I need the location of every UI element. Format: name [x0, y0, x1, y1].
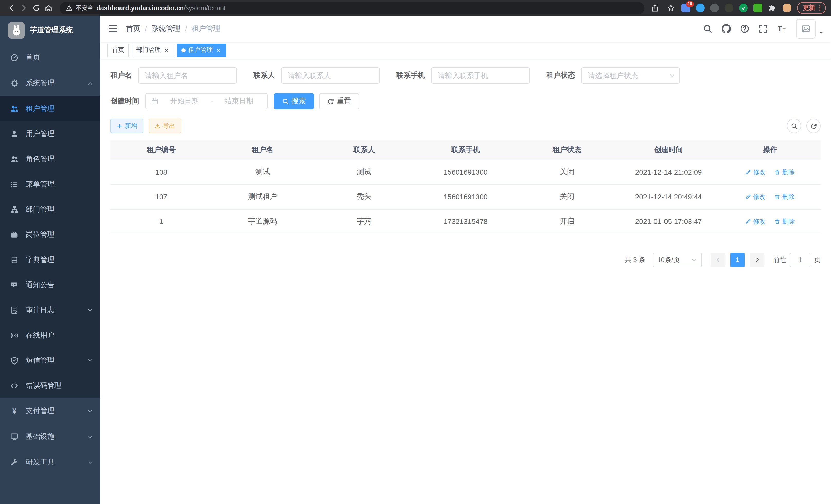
sidebar-item-home[interactable]: 首页: [0, 45, 100, 70]
tab-close-icon[interactable]: [215, 47, 222, 53]
sidebar-item-departments[interactable]: 部门管理: [0, 197, 100, 222]
fullscreen-icon[interactable]: [754, 16, 772, 41]
sidebar-item-roles[interactable]: 角色管理: [0, 146, 100, 172]
tab-departments[interactable]: 部门管理: [132, 43, 174, 57]
sidebar-item-menus[interactable]: 菜单管理: [0, 172, 100, 197]
content-area: 租户名 联系人 联系手机 租户状态: [100, 59, 831, 504]
sidebar-item-audit-logs[interactable]: 审计日志: [0, 297, 100, 323]
reset-button[interactable]: 重置: [319, 93, 359, 110]
edit-button[interactable]: 修改: [745, 168, 766, 176]
browser-reload-icon[interactable]: [30, 2, 42, 14]
extension-icon-6[interactable]: [753, 4, 762, 12]
sidebar-item-payment[interactable]: 支付管理: [0, 398, 100, 424]
address-bar[interactable]: 不安全 dashboard.yudao.iocoder.cn/system/te…: [60, 2, 644, 14]
browser-update-button[interactable]: 更新: [797, 2, 826, 14]
chevron-down-icon: [87, 408, 93, 414]
header-status: 租户状态: [516, 140, 618, 160]
update-label: 更新: [803, 4, 815, 12]
extension-icon-2[interactable]: [696, 4, 705, 12]
date-range-picker[interactable]: 开始日期 - 结束日期: [145, 93, 268, 110]
bookmark-star-icon[interactable]: [665, 2, 676, 14]
help-icon[interactable]: [736, 16, 754, 41]
share-icon[interactable]: [650, 2, 660, 14]
sidebar: 芋道管理系统 首页 系统管理 租户管理: [0, 16, 100, 504]
sidebar-toggle-button[interactable]: [100, 16, 126, 41]
yen-icon: [10, 407, 19, 415]
briefcase-icon: [10, 230, 19, 239]
sidebar-item-online-users[interactable]: 在线用户: [0, 323, 100, 348]
edit-button[interactable]: 修改: [745, 217, 766, 226]
actions-cell: 修改 删除: [719, 160, 821, 184]
app-logo[interactable]: 芋道管理系统: [0, 16, 100, 45]
tab-tenant[interactable]: 租户管理: [177, 43, 226, 57]
signal-icon: [10, 331, 19, 339]
font-size-icon[interactable]: [772, 16, 791, 41]
document-edit-icon: [10, 306, 19, 314]
breadcrumb-home[interactable]: 首页: [126, 24, 140, 33]
sidebar-item-infrastructure[interactable]: 基础设施: [0, 424, 100, 449]
sidebar-item-dictionary[interactable]: 字典管理: [0, 247, 100, 272]
extension-icon-5[interactable]: [739, 4, 748, 12]
kebab-menu-icon[interactable]: [816, 5, 823, 11]
status-select-input[interactable]: [581, 67, 680, 84]
chevron-down-icon: [87, 434, 93, 440]
page-unit-label: 页: [814, 255, 821, 264]
security-warning-icon[interactable]: [66, 5, 73, 11]
browser-profile-avatar[interactable]: [783, 4, 792, 12]
next-page-button[interactable]: [750, 253, 764, 267]
github-icon[interactable]: [717, 16, 736, 41]
breadcrumb-system[interactable]: 系统管理: [152, 24, 180, 33]
app-title: 芋道管理系统: [30, 26, 73, 35]
tab-label: 部门管理: [136, 46, 161, 55]
page-number-button[interactable]: 1: [730, 253, 745, 267]
header-search-icon[interactable]: [698, 16, 717, 41]
chevron-down-icon: [87, 459, 93, 465]
browser-back-icon[interactable]: [5, 2, 18, 14]
sidebar-item-notices[interactable]: 通知公告: [0, 272, 100, 297]
add-button-label: 新增: [125, 121, 137, 130]
page-size-select[interactable]: 10条/页: [653, 253, 702, 267]
phone-input[interactable]: [431, 67, 530, 84]
search-button[interactable]: 搜索: [274, 93, 314, 110]
extensions-puzzle-icon[interactable]: [768, 3, 777, 12]
add-button[interactable]: 新增: [111, 119, 143, 133]
prev-page-button[interactable]: [711, 253, 725, 267]
tools-icon: [10, 458, 19, 467]
avatar-dropdown-caret-icon[interactable]: [819, 30, 824, 35]
breadcrumb: 首页 / 系统管理 / 租户管理: [126, 24, 221, 33]
extension-icon-4[interactable]: [725, 4, 733, 12]
rabbit-logo-icon: [10, 24, 23, 36]
goto-page-input[interactable]: [790, 253, 810, 267]
page-url: dashboard.yudao.iocoder.cn/system/tenant: [96, 4, 226, 11]
tab-close-icon[interactable]: [164, 47, 170, 53]
refresh-table-button[interactable]: [806, 119, 821, 133]
sidebar-item-sms[interactable]: 短信管理: [0, 348, 100, 373]
extension-icon-3[interactable]: [710, 4, 719, 12]
browser-toolbar: 不安全 dashboard.yudao.iocoder.cn/system/te…: [0, 0, 831, 16]
delete-button[interactable]: 删除: [774, 217, 795, 226]
breadcrumb-current: 租户管理: [192, 24, 221, 33]
sidebar-item-users[interactable]: 用户管理: [0, 121, 100, 146]
status-cell: 开启: [516, 209, 618, 234]
export-button[interactable]: 导出: [148, 119, 181, 133]
tab-home[interactable]: 首页: [107, 43, 129, 57]
extension-icon-1[interactable]: 10: [682, 4, 690, 12]
user-avatar[interactable]: [796, 19, 815, 38]
contact-input[interactable]: [281, 67, 380, 84]
delete-button[interactable]: 删除: [774, 168, 795, 176]
sidebar-item-system[interactable]: 系统管理: [0, 70, 100, 96]
tenant-name-input[interactable]: [138, 67, 237, 84]
show-search-toggle-button[interactable]: [787, 119, 801, 133]
tab-label: 租户管理: [188, 46, 213, 55]
delete-button[interactable]: 删除: [774, 192, 795, 201]
sidebar-item-tenant[interactable]: 租户管理: [0, 96, 100, 121]
status-select[interactable]: [581, 67, 680, 84]
browser-home-icon[interactable]: [42, 2, 55, 14]
browser-forward-icon[interactable]: [18, 2, 30, 14]
sidebar-item-dev-tools[interactable]: 研发工具: [0, 449, 100, 475]
edit-button[interactable]: 修改: [745, 192, 766, 201]
reset-button-label: 重置: [337, 97, 351, 106]
trash-icon: [774, 218, 780, 224]
sidebar-item-positions[interactable]: 岗位管理: [0, 222, 100, 247]
sidebar-item-error-codes[interactable]: 错误码管理: [0, 373, 100, 398]
